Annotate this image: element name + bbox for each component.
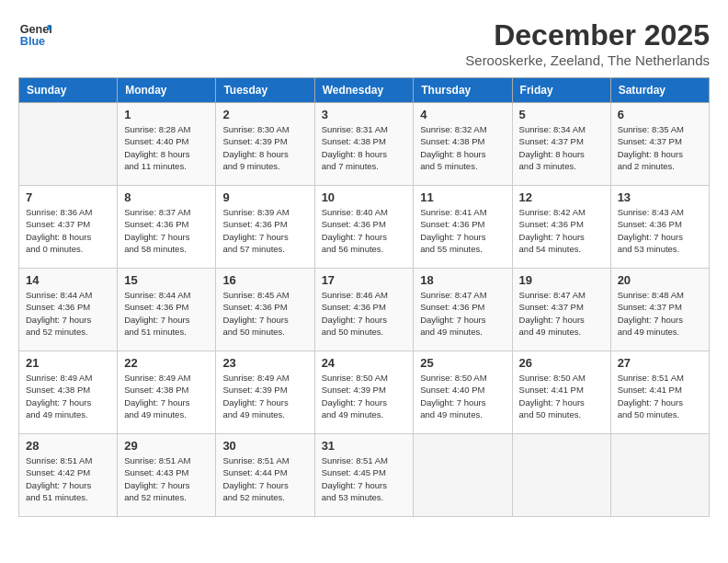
calendar-cell [512, 434, 610, 517]
day-number: 28 [26, 439, 110, 453]
day-info: Sunrise: 8:42 AM Sunset: 4:36 PM Dayligh… [519, 206, 604, 255]
calendar-cell: 22Sunrise: 8:49 AM Sunset: 4:38 PM Dayli… [118, 351, 216, 434]
day-number: 25 [420, 356, 505, 370]
day-info: Sunrise: 8:36 AM Sunset: 4:37 PM Dayligh… [26, 206, 110, 255]
svg-text:Blue: Blue [20, 35, 45, 48]
calendar-week-3: 14Sunrise: 8:44 AM Sunset: 4:36 PM Dayli… [19, 269, 710, 351]
day-number: 18 [420, 273, 505, 287]
calendar-cell: 2Sunrise: 8:30 AM Sunset: 4:39 PM Daylig… [216, 103, 314, 186]
day-info: Sunrise: 8:28 AM Sunset: 4:40 PM Dayligh… [124, 123, 209, 172]
logo-icon: General Blue [18, 18, 51, 52]
day-number: 3 [322, 108, 407, 121]
day-number: 17 [322, 273, 407, 287]
calendar-cell: 10Sunrise: 8:40 AM Sunset: 4:36 PM Dayli… [314, 186, 414, 269]
calendar-cell: 30Sunrise: 8:51 AM Sunset: 4:44 PM Dayli… [216, 434, 314, 517]
day-number: 20 [618, 273, 702, 287]
day-info: Sunrise: 8:30 AM Sunset: 4:39 PM Dayligh… [222, 123, 307, 172]
page-header: General Blue December 2025 Serooskerke, … [18, 18, 710, 68]
day-info: Sunrise: 8:45 AM Sunset: 4:36 PM Dayligh… [222, 289, 307, 338]
calendar-cell: 15Sunrise: 8:44 AM Sunset: 4:36 PM Dayli… [118, 269, 216, 351]
day-number: 19 [519, 273, 604, 287]
day-number: 7 [26, 190, 110, 204]
day-number: 27 [618, 356, 702, 370]
day-info: Sunrise: 8:32 AM Sunset: 4:38 PM Dayligh… [420, 123, 505, 172]
day-info: Sunrise: 8:35 AM Sunset: 4:37 PM Dayligh… [618, 123, 702, 172]
calendar-cell: 5Sunrise: 8:34 AM Sunset: 4:37 PM Daylig… [512, 103, 610, 186]
logo: General Blue [18, 18, 51, 52]
day-number: 8 [124, 190, 209, 204]
day-info: Sunrise: 8:50 AM Sunset: 4:41 PM Dayligh… [519, 372, 604, 420]
day-info: Sunrise: 8:41 AM Sunset: 4:36 PM Dayligh… [420, 206, 505, 255]
day-info: Sunrise: 8:49 AM Sunset: 4:38 PM Dayligh… [26, 372, 110, 420]
column-header-wednesday: Wednesday [314, 78, 414, 103]
calendar-cell: 21Sunrise: 8:49 AM Sunset: 4:38 PM Dayli… [19, 351, 118, 434]
day-info: Sunrise: 8:40 AM Sunset: 4:36 PM Dayligh… [322, 206, 407, 255]
month-title: December 2025 [465, 18, 710, 52]
day-info: Sunrise: 8:31 AM Sunset: 4:38 PM Dayligh… [322, 123, 407, 172]
day-info: Sunrise: 8:50 AM Sunset: 4:39 PM Dayligh… [322, 372, 407, 420]
day-number: 26 [519, 356, 604, 370]
calendar-cell: 23Sunrise: 8:49 AM Sunset: 4:39 PM Dayli… [216, 351, 314, 434]
calendar-cell: 28Sunrise: 8:51 AM Sunset: 4:42 PM Dayli… [19, 434, 118, 517]
calendar-cell [414, 434, 512, 517]
day-info: Sunrise: 8:51 AM Sunset: 4:42 PM Dayligh… [26, 454, 110, 503]
day-number: 14 [26, 273, 110, 287]
calendar-cell: 1Sunrise: 8:28 AM Sunset: 4:40 PM Daylig… [118, 103, 216, 186]
column-header-saturday: Saturday [610, 78, 709, 103]
day-info: Sunrise: 8:51 AM Sunset: 4:44 PM Dayligh… [222, 454, 307, 503]
day-number: 11 [420, 190, 505, 204]
calendar-cell: 25Sunrise: 8:50 AM Sunset: 4:40 PM Dayli… [414, 351, 512, 434]
column-header-monday: Monday [118, 78, 216, 103]
day-info: Sunrise: 8:44 AM Sunset: 4:36 PM Dayligh… [124, 289, 209, 338]
day-number: 12 [519, 190, 604, 204]
location-subtitle: Serooskerke, Zeeland, The Netherlands [465, 52, 710, 68]
calendar-cell: 6Sunrise: 8:35 AM Sunset: 4:37 PM Daylig… [610, 103, 709, 186]
calendar-week-4: 21Sunrise: 8:49 AM Sunset: 4:38 PM Dayli… [19, 351, 710, 434]
day-info: Sunrise: 8:43 AM Sunset: 4:36 PM Dayligh… [618, 206, 702, 255]
calendar-cell: 13Sunrise: 8:43 AM Sunset: 4:36 PM Dayli… [610, 186, 709, 269]
day-number: 1 [124, 108, 209, 121]
day-number: 16 [222, 273, 307, 287]
calendar-cell: 12Sunrise: 8:42 AM Sunset: 4:36 PM Dayli… [512, 186, 610, 269]
calendar-week-5: 28Sunrise: 8:51 AM Sunset: 4:42 PM Dayli… [19, 434, 710, 517]
day-info: Sunrise: 8:44 AM Sunset: 4:36 PM Dayligh… [26, 289, 110, 338]
calendar-cell [610, 434, 709, 517]
calendar-cell: 20Sunrise: 8:48 AM Sunset: 4:37 PM Dayli… [610, 269, 709, 351]
calendar-week-1: 1Sunrise: 8:28 AM Sunset: 4:40 PM Daylig… [19, 103, 710, 186]
day-number: 30 [222, 439, 307, 453]
day-number: 31 [322, 439, 407, 453]
calendar-cell: 19Sunrise: 8:47 AM Sunset: 4:37 PM Dayli… [512, 269, 610, 351]
calendar-cell: 17Sunrise: 8:46 AM Sunset: 4:36 PM Dayli… [314, 269, 414, 351]
calendar-cell: 29Sunrise: 8:51 AM Sunset: 4:43 PM Dayli… [118, 434, 216, 517]
column-header-sunday: Sunday [19, 78, 118, 103]
day-number: 5 [519, 108, 604, 121]
calendar-cell: 8Sunrise: 8:37 AM Sunset: 4:36 PM Daylig… [118, 186, 216, 269]
calendar-cell: 24Sunrise: 8:50 AM Sunset: 4:39 PM Dayli… [314, 351, 414, 434]
calendar-cell: 14Sunrise: 8:44 AM Sunset: 4:36 PM Dayli… [19, 269, 118, 351]
day-number: 9 [222, 190, 307, 204]
calendar-cell: 3Sunrise: 8:31 AM Sunset: 4:38 PM Daylig… [314, 103, 414, 186]
day-info: Sunrise: 8:51 AM Sunset: 4:45 PM Dayligh… [322, 454, 407, 503]
day-number: 24 [322, 356, 407, 370]
title-area: December 2025 Serooskerke, Zeeland, The … [465, 18, 710, 68]
calendar-cell: 26Sunrise: 8:50 AM Sunset: 4:41 PM Dayli… [512, 351, 610, 434]
day-info: Sunrise: 8:51 AM Sunset: 4:41 PM Dayligh… [618, 372, 702, 420]
day-info: Sunrise: 8:51 AM Sunset: 4:43 PM Dayligh… [124, 454, 209, 503]
day-info: Sunrise: 8:37 AM Sunset: 4:36 PM Dayligh… [124, 206, 209, 255]
calendar-cell: 9Sunrise: 8:39 AM Sunset: 4:36 PM Daylig… [216, 186, 314, 269]
calendar-header-row: SundayMondayTuesdayWednesdayThursdayFrid… [19, 78, 710, 103]
day-number: 22 [124, 356, 209, 370]
column-header-friday: Friday [512, 78, 610, 103]
day-info: Sunrise: 8:47 AM Sunset: 4:36 PM Dayligh… [420, 289, 505, 338]
day-info: Sunrise: 8:39 AM Sunset: 4:36 PM Dayligh… [222, 206, 307, 255]
calendar-cell: 18Sunrise: 8:47 AM Sunset: 4:36 PM Dayli… [414, 269, 512, 351]
calendar-table: SundayMondayTuesdayWednesdayThursdayFrid… [18, 77, 710, 517]
calendar-cell: 31Sunrise: 8:51 AM Sunset: 4:45 PM Dayli… [314, 434, 414, 517]
day-number: 6 [618, 108, 702, 121]
calendar-week-2: 7Sunrise: 8:36 AM Sunset: 4:37 PM Daylig… [19, 186, 710, 269]
calendar-cell: 11Sunrise: 8:41 AM Sunset: 4:36 PM Dayli… [414, 186, 512, 269]
calendar-cell: 7Sunrise: 8:36 AM Sunset: 4:37 PM Daylig… [19, 186, 118, 269]
day-info: Sunrise: 8:48 AM Sunset: 4:37 PM Dayligh… [618, 289, 702, 338]
day-number: 2 [222, 108, 307, 121]
day-number: 4 [420, 108, 505, 121]
